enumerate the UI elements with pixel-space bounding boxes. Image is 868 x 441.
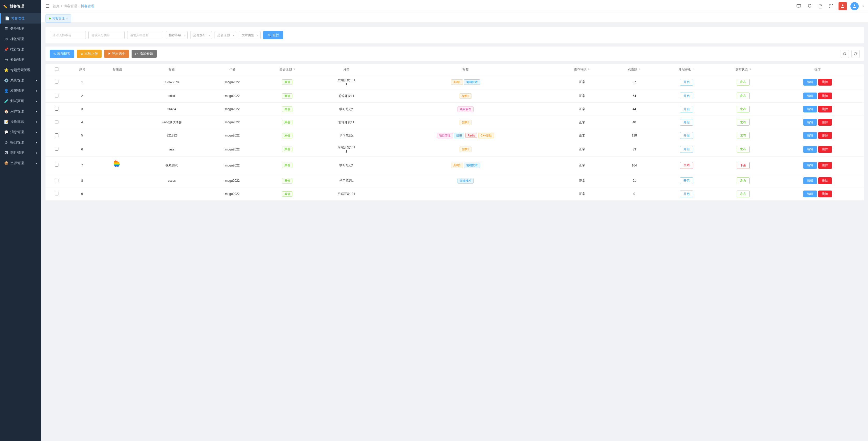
comment-close-button[interactable]: 关闭 <box>680 162 693 169</box>
recommend-level-select[interactable]: 推荐等级 <box>166 31 188 39</box>
row-select-checkbox[interactable] <box>55 192 58 195</box>
row-select-checkbox[interactable] <box>55 80 58 84</box>
sidebar-item-api[interactable]: ⊙ 接口管理 ▾ <box>0 137 41 148</box>
comment-open-button[interactable]: 开启 <box>680 190 693 197</box>
sidebar-item-recommend[interactable]: 📌 推荐管理 <box>0 44 41 55</box>
edit-button[interactable]: 编辑 <box>803 162 817 169</box>
add-topic-button[interactable]: 🗁 添加专题 <box>131 50 157 58</box>
sidebar-item-message[interactable]: 💬 消息管理 ▾ <box>0 127 41 137</box>
comment-open-button[interactable]: 开启 <box>680 106 693 113</box>
row-select-checkbox[interactable] <box>55 94 58 97</box>
tab-close-icon[interactable]: × <box>66 17 68 20</box>
edit-button[interactable]: 编辑 <box>803 79 817 86</box>
delete-button[interactable]: 删除 <box>818 93 832 99</box>
sidebar-item-user[interactable]: 🏠 用户管理 ▾ <box>0 106 41 117</box>
sidebar-item-tag[interactable]: 🗂 标签管理 <box>0 34 41 44</box>
sidebar-item-permission[interactable]: 👤 权限管理 ▾ <box>0 86 41 96</box>
publish-button[interactable]: 发布 <box>737 190 750 197</box>
row-publish: 发布 <box>715 75 772 89</box>
unpublish-button[interactable]: 下架 <box>737 162 750 169</box>
local-upload-button[interactable]: ★ 本地上传 <box>77 50 101 58</box>
blogger-name-input[interactable] <box>50 31 86 39</box>
row-select-checkbox[interactable] <box>55 107 58 111</box>
publish-button[interactable]: 发布 <box>737 146 750 153</box>
delete-button[interactable]: 删除 <box>818 106 832 113</box>
add-blog-button[interactable]: ✎ 添加博客 <box>50 50 74 58</box>
publish-button[interactable]: 发布 <box>737 79 750 86</box>
sidebar-item-test[interactable]: 🧪 测试页面 ▾ <box>0 96 41 106</box>
monitor-icon[interactable] <box>795 3 802 10</box>
dropdown-arrow-icon[interactable]: ▾ <box>862 4 864 8</box>
sidebar-item-oplog[interactable]: 📝 操作日志 ▾ <box>0 117 41 127</box>
comment-open-button[interactable]: 开启 <box>680 132 693 139</box>
topbar: ☰ 首页 / 博客管理 / 博客管理 G ▾ <box>41 0 868 12</box>
fullscreen-icon[interactable] <box>828 3 835 10</box>
publish-button[interactable]: 发布 <box>737 93 750 99</box>
user-avatar-red[interactable] <box>839 2 847 10</box>
edit-button[interactable]: 编辑 <box>803 119 817 126</box>
user-avatar[interactable] <box>850 2 859 10</box>
delete-button[interactable]: 删除 <box>818 119 832 126</box>
comment-open-button[interactable]: 开启 <box>680 146 693 153</box>
tag-name-input[interactable] <box>127 31 163 39</box>
row-select-checkbox[interactable] <box>55 133 58 137</box>
row-publish: 发布 <box>715 174 772 187</box>
publish-button[interactable]: 发布 <box>737 132 750 139</box>
comment-open-button[interactable]: 开启 <box>680 177 693 184</box>
article-type-select[interactable]: 文章类型 <box>239 31 260 39</box>
publish-button[interactable]: 发布 <box>737 119 750 126</box>
comment-open-button[interactable]: 开启 <box>680 119 693 126</box>
edit-button[interactable]: 编辑 <box>803 93 817 99</box>
delete-button[interactable]: 删除 <box>818 162 832 169</box>
sidebar-item-blog[interactable]: 📄 博客管理 <box>0 13 41 24</box>
search-toggle-button[interactable] <box>841 50 849 58</box>
sidebar-item-topic[interactable]: 🗃 专题管理 <box>0 55 41 65</box>
table-row: 6aaamogu2022原创后端开发1311架构1正常83开启发布 编辑 删除 <box>45 142 864 157</box>
row-checkbox <box>45 187 67 200</box>
sidebar-item-image[interactable]: 🖼 图片管理 ▾ <box>0 148 41 158</box>
menu-toggle-icon[interactable]: ☰ <box>45 3 50 9</box>
comment-open-button[interactable]: 开启 <box>680 79 693 86</box>
sidebar-item-system[interactable]: ⚙️ 系统管理 ▾ <box>0 75 41 86</box>
sidebar-item-topic-elem[interactable]: ⭐ 专题元素管理 <box>0 65 41 75</box>
sidebar-item-resource[interactable]: 📦 资源管理 ▾ <box>0 158 41 168</box>
comment-open-button[interactable]: 开启 <box>680 93 693 99</box>
refresh-button[interactable] <box>851 50 860 58</box>
select-all-checkbox[interactable] <box>55 67 58 71</box>
row-select-checkbox[interactable] <box>55 179 58 182</box>
edit-button[interactable]: 编辑 <box>803 106 817 113</box>
publish-button[interactable]: 发布 <box>737 177 750 184</box>
export-selected-button[interactable]: ⚑ 导出选中 <box>104 50 129 58</box>
row-checkbox <box>45 116 67 129</box>
breadcrumb-parent[interactable]: 博客管理 <box>64 4 77 8</box>
category-name-input[interactable] <box>88 31 125 39</box>
row-comment: 开启 <box>658 142 715 157</box>
document-icon[interactable] <box>817 3 824 10</box>
search-button[interactable]: 🔍 查找 <box>263 31 283 39</box>
publish-button[interactable]: 发布 <box>737 106 750 113</box>
edit-button[interactable]: 编辑 <box>803 146 817 153</box>
row-select-checkbox[interactable] <box>55 120 58 124</box>
delete-button[interactable]: 删除 <box>818 190 832 197</box>
svg-line-6 <box>845 55 846 55</box>
row-select-checkbox[interactable] <box>55 163 58 167</box>
breadcrumb-home[interactable]: 首页 <box>53 4 59 8</box>
edit-button[interactable]: 编辑 <box>803 177 817 184</box>
original-select[interactable]: 是否原创 <box>215 31 236 39</box>
tag-icon: 🗂 <box>4 37 8 41</box>
sidebar-item-category[interactable]: ☰ 分类管理 <box>0 24 41 34</box>
delete-button[interactable]: 删除 <box>818 177 832 184</box>
delete-button[interactable]: 删除 <box>818 79 832 86</box>
delete-button[interactable]: 删除 <box>818 132 832 139</box>
row-select-checkbox[interactable] <box>55 147 58 151</box>
recommend-status: 正常 <box>579 134 585 137</box>
edit-button[interactable]: 编辑 <box>803 132 817 139</box>
row-clicks: 164 <box>610 157 658 174</box>
row-index: 7 <box>67 157 97 174</box>
edit-button[interactable]: 编辑 <box>803 190 817 197</box>
tab-blog-management[interactable]: 博客管理 × <box>45 14 71 23</box>
publish-select[interactable]: 是否发布 <box>190 31 212 39</box>
refresh-circle-icon[interactable]: G <box>806 3 813 10</box>
delete-button[interactable]: 删除 <box>818 146 832 153</box>
table-row: 7 视频测试mogu2022原创学习笔记a架构1前端技术正常164关闭下架 编辑… <box>45 157 864 174</box>
